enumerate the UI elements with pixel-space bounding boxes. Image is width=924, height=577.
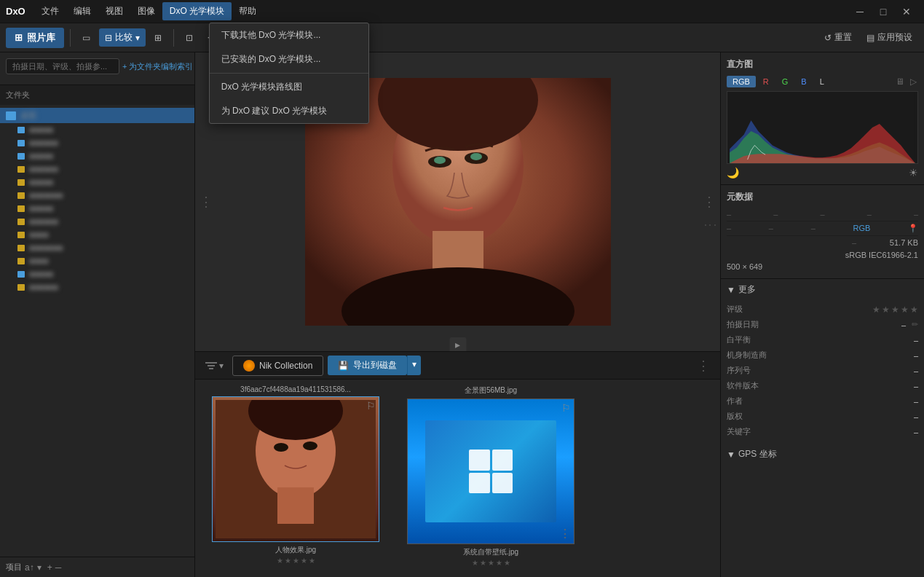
single-view-button[interactable]: ▭ <box>76 30 96 46</box>
search-input[interactable] <box>6 58 119 74</box>
expand-filmstrip-button[interactable]: ▸ <box>449 337 466 351</box>
more-label-rating: 评级 <box>727 304 743 315</box>
hist-tab-b[interactable]: B <box>795 76 812 87</box>
maximize-button[interactable]: □ <box>872 0 895 23</box>
crop-button[interactable]: ⊡ <box>180 30 199 46</box>
menu-view[interactable]: 视图 <box>98 2 130 20</box>
menu-image[interactable]: 图像 <box>130 2 162 20</box>
right-panel-resize[interactable]: ⋮ <box>703 194 716 210</box>
dropdown-item-suggest[interactable]: 为 DxO 建议 DxO 光学模块 <box>210 99 368 123</box>
folder-item-3[interactable]: ■■■■■ <box>12 149 194 162</box>
rating-star-3[interactable]: ★ <box>891 305 899 315</box>
star-3[interactable]: ★ <box>293 557 299 565</box>
rating-star-2[interactable]: ★ <box>882 305 890 315</box>
thumb-image-portrait[interactable]: ⚐ <box>212 396 379 542</box>
folder-item-2[interactable]: ■■■■■■ <box>12 136 194 149</box>
compare-button[interactable]: ⊟ 比较 ▾ <box>99 28 146 47</box>
reset-button[interactable]: ↺ 重置 <box>818 28 858 47</box>
left-panel-resize[interactable]: ⋮ <box>200 194 213 210</box>
star-w1[interactable]: ★ <box>472 559 478 567</box>
star-w2[interactable]: ★ <box>480 559 486 567</box>
folder-item-11[interactable]: ■■■■ <box>12 254 194 267</box>
more-value-copyright: – <box>914 412 918 421</box>
menu-file[interactable]: 文件 <box>34 2 66 20</box>
export-to-disk-button[interactable]: 💾 导出到磁盘 <box>328 356 407 375</box>
star-w5[interactable]: ★ <box>504 559 510 567</box>
dropdown-item-download[interactable]: 下载其他 DxO 光学模块... <box>210 23 368 47</box>
photo-library-button[interactable]: ⊞ 照片库 <box>6 28 64 48</box>
folder-item-4[interactable]: ■■■■■■ <box>12 162 194 176</box>
sun-icon[interactable]: ☀ <box>909 167 918 178</box>
folder-item-13[interactable]: ■■■■■■ <box>12 280 194 294</box>
hist-tab-l[interactable]: L <box>814 76 830 87</box>
toolbar-separator-2 <box>173 29 174 47</box>
star-w4[interactable]: ★ <box>496 559 502 567</box>
moon-icon[interactable]: 🌙 <box>727 167 739 178</box>
folder-icon-10 <box>17 245 25 251</box>
index-button[interactable]: + 为文件夹编制索引 <box>122 61 193 72</box>
dropdown-item-installed[interactable]: 已安装的 DxO 光学模块... <box>210 47 368 71</box>
more-header[interactable]: ▼ 更多 <box>727 283 918 296</box>
meta-val-1a: – <box>727 210 731 219</box>
star-4[interactable]: ★ <box>301 557 307 565</box>
star-1[interactable]: ★ <box>277 557 283 565</box>
thumb-options-button[interactable]: ⋮ <box>559 527 571 541</box>
reset-icon: ↺ <box>824 33 832 43</box>
menu-edit[interactable]: 编辑 <box>66 2 98 20</box>
apply-preset-button[interactable]: ▤ 应用预设 <box>861 28 918 47</box>
folder-name-3: ■■■■■ <box>29 152 53 160</box>
more-date-edit-icon[interactable]: ✏ <box>912 320 918 329</box>
minimize-button[interactable]: ─ <box>848 0 872 23</box>
dropdown-item-roadmap[interactable]: DxO 光学模块路线图 <box>210 75 368 99</box>
folder-item-7[interactable]: ■■■■■ <box>12 202 194 215</box>
gps-header[interactable]: ▼ GPS 坐标 <box>727 448 918 460</box>
filter-button[interactable]: ▾ <box>201 358 228 374</box>
meta-dimensions: 500 × 649 <box>727 262 762 271</box>
more-chevron-icon: ▼ <box>727 285 735 295</box>
more-value-maker: – <box>914 351 918 360</box>
close-button[interactable]: ✕ <box>895 0 918 23</box>
svg-point-17 <box>303 441 317 450</box>
histogram-display <box>727 91 918 164</box>
menu-dxo-optics[interactable]: DxO 光学模块 <box>162 2 232 20</box>
sort-dropdown[interactable]: ▾ <box>37 562 42 573</box>
folder-item-12[interactable]: ■■■■■ <box>12 267 194 280</box>
export-label: 导出到磁盘 <box>353 359 397 372</box>
folder-icon-2 <box>17 140 25 146</box>
menu-help[interactable]: 帮助 <box>232 2 264 20</box>
star-w3[interactable]: ★ <box>488 559 494 567</box>
histogram-export-icon[interactable]: ▷ <box>909 75 918 88</box>
hist-tab-r[interactable]: R <box>757 76 775 87</box>
grid-view-button[interactable]: ⊞ <box>149 30 167 46</box>
titlebar-left: DxO 文件 编辑 视图 图像 DxO 光学模块 帮助 下载其他 DxO 光学模… <box>6 2 264 20</box>
star-2[interactable]: ★ <box>285 557 291 565</box>
nik-collection-button[interactable]: Nik Collection <box>232 356 323 376</box>
hist-tab-g[interactable]: G <box>776 76 794 87</box>
export-dropdown-button[interactable]: ▾ <box>407 356 421 375</box>
folder-item-1[interactable]: ■■■■■ <box>12 123 194 136</box>
folder-item-8[interactable]: ■■■■■■ <box>12 215 194 228</box>
folder-item-5[interactable]: ■■■■■ <box>12 176 194 189</box>
thumb-filename-2: 全景图56MB.jpg <box>396 385 585 396</box>
rating-star-4[interactable]: ★ <box>901 305 909 315</box>
folder-item-9[interactable]: ■■■■ <box>12 228 194 241</box>
histogram-monitor-icon[interactable]: 🖥 <box>894 75 906 88</box>
remove-project-button[interactable]: ─ <box>55 562 62 573</box>
folder-name-10: ■■■■■■■ <box>29 243 63 252</box>
rating-star-5[interactable]: ★ <box>910 305 918 315</box>
meta-val-1d: – <box>867 210 872 219</box>
add-project-button[interactable]: + <box>47 562 52 573</box>
folder-item-10[interactable]: ■■■■■■■ <box>12 241 194 254</box>
folder-name-1: ■■■■■ <box>29 125 53 134</box>
folder-item-6[interactable]: ■■■■■■■ <box>12 189 194 202</box>
more-row-software: 软件版本 – <box>727 378 918 393</box>
filmstrip-options-button[interactable]: ⋮ <box>692 358 714 374</box>
thumb-image-windows[interactable]: ⚐ ⋮ <box>407 399 574 544</box>
export-button-group: 💾 导出到磁盘 ▾ <box>328 356 421 375</box>
sort-icon[interactable]: a↑ <box>25 562 34 573</box>
rating-star-1[interactable]: ★ <box>872 305 880 315</box>
star-5[interactable]: ★ <box>309 557 315 565</box>
dxo-optics-dropdown: 下载其他 DxO 光学模块... 已安装的 DxO 光学模块... DxO 光学… <box>209 23 369 124</box>
hist-tab-rgb[interactable]: RGB <box>727 76 756 87</box>
folder-item-desktop[interactable]: 桌面 <box>0 108 194 123</box>
